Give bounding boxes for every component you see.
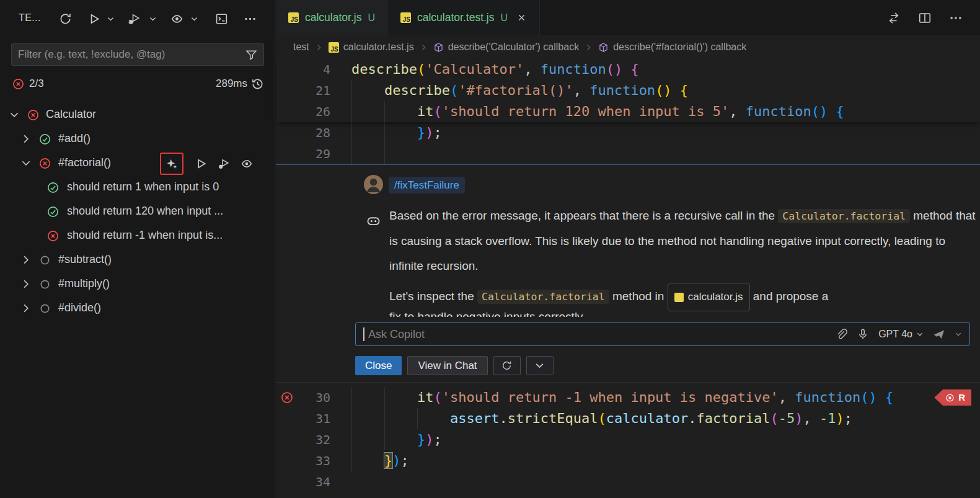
test-tree-item[interactable]: should return -1 when input is... <box>0 224 275 248</box>
fail-icon <box>27 109 39 121</box>
user-avatar <box>364 175 383 194</box>
eye-dropdown-icon[interactable] <box>186 11 202 27</box>
tab-calculator-js[interactable]: JS calculator.js U <box>276 0 388 35</box>
fail-icon <box>39 158 51 169</box>
js-file-icon: JS <box>400 12 411 23</box>
run-test-icon[interactable] <box>194 157 208 171</box>
filter-icon[interactable] <box>245 49 257 61</box>
code-line-32[interactable]: 32}); <box>276 429 980 450</box>
more-options-dropdown-button[interactable] <box>526 356 554 375</box>
close-tab-icon[interactable] <box>516 12 527 23</box>
breadcrumb-item[interactable]: test <box>293 42 309 53</box>
code-content[interactable]: it('should return -1 when input is negat… <box>351 387 893 408</box>
test-tree-item[interactable]: #multiply() <box>0 272 275 296</box>
test-item-label: Calculator <box>46 108 96 121</box>
show-test-output-eye-button[interactable] <box>169 11 185 27</box>
chevron-down-icon[interactable] <box>9 109 20 120</box>
test-item-label: #divide() <box>58 301 101 314</box>
chevron-right-icon[interactable] <box>20 133 32 145</box>
test-item-label: should return 120 when input ... <box>67 205 223 218</box>
js-file-icon: JS <box>674 293 684 302</box>
send-icon[interactable] <box>933 328 945 340</box>
code-content[interactable]: }); <box>351 450 409 471</box>
mic-icon[interactable] <box>857 328 869 340</box>
slash-command-chip[interactable]: /fixTestFailure <box>389 177 465 193</box>
breadcrumb-label: describe('#factorial()') callback <box>613 42 746 53</box>
chevron-down-icon[interactable] <box>20 158 32 169</box>
history-icon[interactable] <box>251 78 264 91</box>
refresh-tests-button[interactable] <box>57 11 73 27</box>
code-content[interactable]: }); <box>351 429 442 450</box>
chevron-right-icon[interactable] <box>20 254 32 265</box>
split-editor-icon[interactable] <box>918 11 932 25</box>
code-line-26[interactable]: 26it('should return 120 when input is 5'… <box>276 101 980 122</box>
code-content[interactable] <box>351 143 417 164</box>
git-untracked-badge: U <box>501 12 508 24</box>
code-content[interactable]: describe('#factorial()', function() { <box>351 80 688 101</box>
code-line-31[interactable]: 31assert.strictEqual(calculator.factoria… <box>276 408 980 429</box>
test-tree-item[interactable]: #add() <box>0 127 275 151</box>
test-tree-item[interactable]: #subtract() <box>0 248 275 272</box>
code-line-21[interactable]: 21describe('#factorial()', function() { <box>276 80 980 101</box>
filter-input[interactable] <box>12 48 245 61</box>
indent-guide <box>351 80 384 101</box>
breadcrumb-item[interactable]: describe('#factorial()') callback <box>598 42 746 53</box>
test-item-actions <box>160 151 254 176</box>
test-tree-item[interactable]: #factorial() <box>0 151 275 176</box>
open-test-terminal-button[interactable] <box>213 11 229 27</box>
chevron-right-icon[interactable] <box>20 278 32 290</box>
debug-tests-button[interactable] <box>126 11 142 27</box>
more-actions-button[interactable] <box>242 11 258 27</box>
code-line-33[interactable]: 33}); <box>276 450 980 471</box>
regenerate-button[interactable] <box>493 356 521 375</box>
sidebar-toolbar: TE... <box>0 5 275 31</box>
code-content[interactable]: describe('Calculator', function() { <box>351 59 639 80</box>
pass-icon <box>47 206 59 218</box>
test-item-label: #factorial() <box>58 156 111 169</box>
code-line-4[interactable]: 4describe('Calculator', function() { <box>276 59 980 80</box>
run-tests-dropdown-icon[interactable] <box>102 11 118 27</box>
debug-tests-dropdown-icon[interactable] <box>144 11 161 27</box>
test-duration: 289ms <box>216 78 247 90</box>
chevron-right-icon[interactable] <box>20 303 32 314</box>
debug-test-icon[interactable] <box>217 157 231 171</box>
inline-code-chip: Calculator.factorial <box>778 209 910 223</box>
symbol-cube-icon <box>433 42 444 53</box>
go-to-test-icon[interactable] <box>240 157 254 171</box>
indent-guide <box>351 408 384 429</box>
code-line-30[interactable]: 30it('should return -1 when input is neg… <box>276 387 980 408</box>
code-content[interactable]: assert.strictEqual(calculator.factorial(… <box>351 408 852 429</box>
breadcrumb-item[interactable]: describe('Calculator') callback <box>433 42 580 53</box>
code-line-34[interactable]: 34 <box>276 471 980 492</box>
test-tree-item[interactable]: Calculator <box>0 103 275 127</box>
code-content[interactable]: }); <box>351 122 442 143</box>
code-line-28[interactable]: 28}); <box>276 122 980 143</box>
test-failure-tag[interactable]: R <box>934 389 971 406</box>
test-explorer-sidebar: TE... 2/3 289ms Calculator#add()#factori… <box>0 0 275 498</box>
model-picker[interactable]: GPT 4o <box>878 329 924 340</box>
breadcrumb-separator-icon <box>585 43 593 51</box>
line-number: 28 <box>276 122 330 143</box>
test-tree-item[interactable]: should return 1 when input is 0 <box>0 176 275 200</box>
run-tests-button[interactable] <box>86 11 102 27</box>
code-content[interactable]: it('should return 120 when input is 5', … <box>351 101 844 122</box>
copilot-sparkle-icon[interactable] <box>165 157 179 171</box>
tab-calculator-test-js[interactable]: JS calculator.test.js U <box>388 0 540 35</box>
more-actions-icon[interactable] <box>949 11 963 25</box>
attach-context-icon[interactable] <box>835 328 847 340</box>
close-button[interactable]: Close <box>355 356 402 375</box>
view-in-chat-button[interactable]: View in Chat <box>407 356 487 375</box>
open-changes-icon[interactable] <box>887 11 901 25</box>
line-number: 4 <box>276 59 330 80</box>
test-tree-item[interactable]: #divide() <box>0 296 275 321</box>
panel-title: TE... <box>19 12 41 24</box>
tab-label: calculator.js <box>305 11 361 24</box>
test-filter-box <box>11 43 264 66</box>
code-line-29[interactable]: 29 <box>276 143 980 164</box>
test-tree-item[interactable]: should return 120 when input ... <box>0 200 275 224</box>
file-reference-chip[interactable]: JScalculator.js <box>668 283 750 311</box>
send-dropdown-icon[interactable] <box>955 331 962 338</box>
code-lines-below: 30it('should return -1 when input is neg… <box>276 387 980 492</box>
breadcrumb-item[interactable]: JScalculator.test.js <box>329 42 414 53</box>
ask-copilot-input[interactable] <box>368 328 826 341</box>
